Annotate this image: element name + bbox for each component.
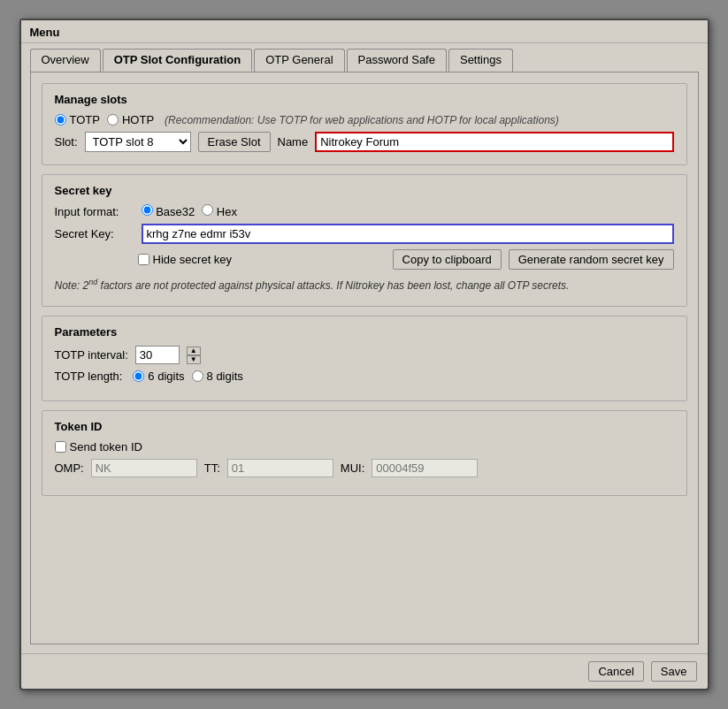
tab-bar: Overview OTP Slot Configuration OTP Gene… bbox=[21, 43, 708, 72]
send-token-row: Send token ID bbox=[55, 440, 674, 454]
base32-radio-label[interactable]: Base32 bbox=[142, 204, 195, 218]
eight-digits-radio[interactable] bbox=[192, 370, 203, 382]
token-id-title: Token ID bbox=[55, 420, 674, 433]
manage-slots-title: Manage slots bbox=[55, 93, 674, 106]
tab-settings[interactable]: Settings bbox=[448, 49, 513, 72]
eight-digits-label[interactable]: 8 digits bbox=[192, 370, 243, 383]
mui-input[interactable] bbox=[372, 459, 478, 477]
format-row: Input format: Base32 Hex bbox=[55, 204, 674, 218]
protocol-row: TOTP HOTP (Recommendation: Use TOTP for … bbox=[55, 113, 674, 126]
parameters-section: Parameters TOTP interval: ▲ ▼ TOTP lengt… bbox=[42, 316, 687, 401]
parameters-title: Parameters bbox=[55, 325, 674, 339]
interval-up-button[interactable]: ▲ bbox=[187, 347, 201, 355]
secret-key-input[interactable] bbox=[142, 224, 674, 244]
secret-key-input-row: Secret Key: bbox=[55, 224, 674, 244]
manage-slots-section: Manage slots TOTP HOTP (Recommendation: … bbox=[42, 83, 687, 165]
name-label: Name bbox=[278, 135, 309, 149]
token-id-section: Token ID Send token ID OMP: TT: MUI: bbox=[42, 410, 687, 496]
hex-radio[interactable] bbox=[202, 204, 213, 216]
tab-otp-general[interactable]: OTP General bbox=[254, 49, 344, 72]
base32-radio[interactable] bbox=[142, 204, 153, 216]
length-row: TOTP length: 6 digits 8 digits bbox=[55, 370, 674, 383]
totp-radio-label[interactable]: TOTP bbox=[55, 113, 100, 126]
interval-input[interactable] bbox=[135, 346, 180, 364]
interval-row: TOTP interval: ▲ ▼ bbox=[55, 346, 674, 364]
bottom-bar: Cancel Save bbox=[21, 653, 708, 689]
send-token-id-label[interactable]: Send token ID bbox=[55, 440, 142, 454]
tab-content: Manage slots TOTP HOTP (Recommendation: … bbox=[30, 72, 699, 644]
six-digits-radio[interactable] bbox=[133, 370, 144, 382]
title-bar: Menu bbox=[21, 20, 708, 43]
send-token-id-checkbox[interactable] bbox=[55, 441, 66, 453]
hotp-radio-label[interactable]: HOTP bbox=[107, 113, 154, 126]
secret-key-title: Secret key bbox=[55, 184, 674, 197]
generate-random-key-button[interactable]: Generate random secret key bbox=[509, 249, 674, 270]
main-window: Menu Overview OTP Slot Configuration OTP… bbox=[19, 19, 709, 690]
secret-key-label: Secret Key: bbox=[55, 227, 134, 240]
six-digits-label[interactable]: 6 digits bbox=[133, 370, 184, 383]
totp-radio[interactable] bbox=[55, 114, 66, 126]
length-label: TOTP length: bbox=[55, 370, 123, 383]
recommendation-note: (Recommendation: Use TOTP for web applic… bbox=[165, 114, 559, 126]
hide-secret-key-label[interactable]: Hide secret key bbox=[138, 253, 233, 266]
slot-row: Slot: TOTP slot 8 Erase Slot Name bbox=[55, 132, 674, 152]
tab-password-safe[interactable]: Password Safe bbox=[347, 49, 447, 72]
hotp-radio[interactable] bbox=[107, 114, 119, 126]
window-title: Menu bbox=[30, 26, 60, 39]
interval-down-button[interactable]: ▼ bbox=[187, 355, 201, 364]
token-fields-row: OMP: TT: MUI: bbox=[55, 459, 674, 477]
tt-input[interactable] bbox=[227, 459, 333, 477]
tab-otp-slot-configuration[interactable]: OTP Slot Configuration bbox=[103, 49, 252, 72]
interval-spinner: ▲ ▼ bbox=[187, 347, 201, 364]
tab-overview[interactable]: Overview bbox=[30, 49, 101, 72]
note-text: Note: 2nd factors are not protected agai… bbox=[55, 277, 674, 294]
slot-label: Slot: bbox=[55, 135, 78, 149]
interval-label: TOTP interval: bbox=[55, 348, 128, 362]
omp-label: OMP: bbox=[55, 461, 84, 475]
omp-input[interactable] bbox=[91, 459, 197, 477]
hide-secret-key-checkbox[interactable] bbox=[138, 254, 149, 265]
copy-to-clipboard-button[interactable]: Copy to clipboard bbox=[393, 249, 502, 270]
save-button[interactable]: Save bbox=[651, 661, 697, 682]
format-label: Input format: bbox=[55, 205, 134, 218]
tt-label: TT: bbox=[204, 461, 220, 475]
hex-radio-label[interactable]: Hex bbox=[202, 204, 237, 218]
name-input[interactable] bbox=[315, 132, 673, 152]
cancel-button[interactable]: Cancel bbox=[588, 661, 643, 682]
slot-select[interactable]: TOTP slot 8 bbox=[85, 132, 191, 152]
mui-label: MUI: bbox=[341, 461, 364, 475]
secret-key-section: Secret key Input format: Base32 Hex Secr… bbox=[42, 174, 687, 307]
erase-slot-button[interactable]: Erase Slot bbox=[198, 132, 271, 152]
